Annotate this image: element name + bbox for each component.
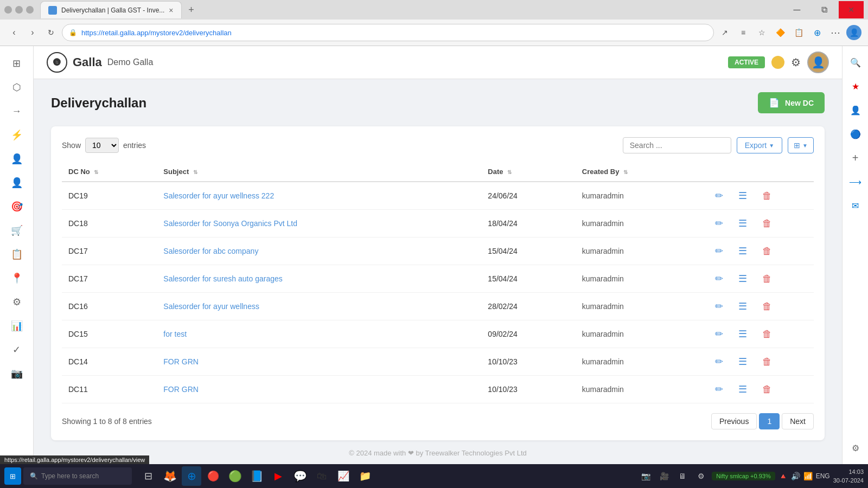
previous-page-button[interactable]: Previous xyxy=(711,413,757,429)
favorites-icon[interactable]: ☆ xyxy=(754,25,769,40)
view-button[interactable]: ☰ xyxy=(735,355,750,369)
view-button[interactable]: ☰ xyxy=(735,189,750,203)
sidebar-icon-navigate[interactable]: → xyxy=(6,100,28,122)
taskbar-volume-icon[interactable]: 🔊 xyxy=(791,472,800,480)
right-icon-arrow[interactable]: ⟶ xyxy=(846,172,865,191)
right-icon-mail[interactable]: ✉ xyxy=(846,196,865,215)
taskbar-icon-chrome[interactable]: 🟢 xyxy=(225,466,245,486)
edit-button[interactable]: ✏ xyxy=(712,216,726,230)
cell-subject[interactable]: for test xyxy=(157,320,481,348)
subject-link[interactable]: Salesorder for ayur wellness xyxy=(163,302,259,311)
maximize-btn[interactable] xyxy=(15,6,23,14)
sidebar-icon-zap[interactable]: ⚡ xyxy=(6,124,28,146)
cell-subject[interactable]: FOR GRN xyxy=(157,376,481,403)
url-input[interactable] xyxy=(81,29,707,37)
sidebar-icon-target[interactable]: 🎯 xyxy=(6,196,28,217)
taskbar-icon-skype[interactable]: 💬 xyxy=(290,466,310,486)
delete-button[interactable]: 🗑 xyxy=(759,300,775,313)
share-icon[interactable]: ↗ xyxy=(717,25,732,40)
cell-subject[interactable]: Salesorder for abc company xyxy=(157,237,481,265)
edge-icon[interactable]: ⊕ xyxy=(809,25,825,40)
taskbar-icon-files[interactable]: 📁 xyxy=(355,466,375,486)
edit-button[interactable]: ✏ xyxy=(712,327,726,341)
taskbar-stock-badge[interactable]: Nifty smlcap +0.93% xyxy=(712,472,775,480)
right-icon-user3[interactable]: 👤 xyxy=(846,100,865,120)
new-dc-button[interactable]: 📄New DC xyxy=(758,92,825,113)
reading-list-icon[interactable]: 📋 xyxy=(791,25,806,40)
start-button[interactable]: ⊞ xyxy=(4,467,21,485)
taskbar-icon-app1[interactable]: 🔴 xyxy=(203,466,223,486)
sidebar-icon-user1[interactable]: 👤 xyxy=(6,148,28,170)
taskbar-icon-store[interactable]: 🛍 xyxy=(312,466,331,486)
more-actions-icon[interactable]: ⋯ xyxy=(828,25,843,40)
sidebar-icon-location[interactable]: 📍 xyxy=(6,267,28,289)
sidebar-icon-analytics[interactable]: 📊 xyxy=(6,315,28,337)
delete-button[interactable]: 🗑 xyxy=(759,217,775,230)
view-button[interactable]: ☰ xyxy=(735,272,750,286)
view-button[interactable]: ☰ xyxy=(735,244,750,258)
taskbar-icon-edge[interactable]: ⊕ xyxy=(182,466,201,486)
delete-button[interactable]: 🗑 xyxy=(759,245,775,258)
cell-subject[interactable]: Salesorder for suresh auto garages xyxy=(157,265,481,293)
edit-button[interactable]: ✏ xyxy=(712,272,726,286)
next-page-button[interactable]: Next xyxy=(782,413,814,429)
edit-button[interactable]: ✏ xyxy=(712,382,726,396)
view-button[interactable]: ☰ xyxy=(735,216,750,230)
sidebar-icon-user2[interactable]: 👤 xyxy=(6,172,28,194)
restore-window-btn[interactable]: ⧉ xyxy=(812,1,837,18)
col-header-date[interactable]: Date ⇅ xyxy=(481,162,575,182)
delete-button[interactable]: 🗑 xyxy=(759,355,775,369)
delete-button[interactable]: 🗑 xyxy=(759,383,775,396)
new-tab-button[interactable]: + xyxy=(184,2,199,17)
user-avatar[interactable]: 👤 xyxy=(807,52,829,73)
sidebar-icon-cart[interactable]: 🛒 xyxy=(6,220,28,241)
sidebar-icon-tasks[interactable]: ✓ xyxy=(6,339,28,361)
subject-link[interactable]: Salesorder for suresh auto garages xyxy=(163,274,282,283)
taskbar-network-icon[interactable]: 📶 xyxy=(803,472,813,480)
view-toggle-button[interactable]: ⊞ ▼ xyxy=(788,137,814,153)
taskbar-camera-icon[interactable]: 📷 xyxy=(638,468,653,484)
delete-button[interactable]: 🗑 xyxy=(759,189,775,203)
reload-btn[interactable]: ↻ xyxy=(43,25,59,40)
sidebar-icon-reports[interactable]: 📋 xyxy=(6,243,28,265)
taskbar-notification-icon[interactable]: 🔺 xyxy=(778,472,788,480)
page-1-button[interactable]: 1 xyxy=(759,413,780,429)
reader-mode-icon[interactable]: ≡ xyxy=(736,25,751,40)
subject-link[interactable]: Salesorder for ayur wellness 222 xyxy=(163,191,274,200)
col-header-subject[interactable]: Subject ⇅ xyxy=(157,162,481,182)
close-btn[interactable] xyxy=(26,6,34,14)
browser-profile[interactable]: 👤 xyxy=(846,25,861,40)
right-icon-settings2[interactable]: ⚙ xyxy=(846,438,865,458)
taskbar-icon-youtube[interactable]: ▶ xyxy=(269,466,288,486)
right-icon-star[interactable]: ★ xyxy=(846,76,865,96)
edit-button[interactable]: ✏ xyxy=(712,189,726,203)
subject-link[interactable]: Salesorder for Soonya Organics Pvt Ltd xyxy=(163,219,297,228)
search-input[interactable] xyxy=(623,137,731,153)
sidebar-icon-dashboard[interactable]: ⊞ xyxy=(6,53,28,74)
taskbar-monitor-icon[interactable]: 🖥 xyxy=(675,468,690,484)
tab-close-icon[interactable]: × xyxy=(169,6,173,15)
subject-link[interactable]: Salesorder for abc company xyxy=(163,247,258,255)
edit-button[interactable]: ✏ xyxy=(712,299,726,313)
delete-button[interactable]: 🗑 xyxy=(759,328,775,341)
taskbar-icon-firefox[interactable]: 🦊 xyxy=(160,466,180,486)
minimize-btn[interactable] xyxy=(4,6,12,14)
cell-subject[interactable]: FOR GRN xyxy=(157,348,481,376)
edit-button[interactable]: ✏ xyxy=(712,244,726,258)
extension-icon[interactable]: 🔶 xyxy=(773,25,788,40)
sidebar-icon-inventory[interactable]: ⬡ xyxy=(6,76,28,98)
cell-subject[interactable]: Salesorder for ayur wellness 222 xyxy=(157,182,481,210)
subject-link[interactable]: FOR GRN xyxy=(163,357,199,366)
settings-gear-icon[interactable]: ⚙ xyxy=(791,56,801,69)
edit-button[interactable]: ✏ xyxy=(712,355,726,369)
col-header-created-by[interactable]: Created By ⇅ xyxy=(576,162,705,182)
subject-link[interactable]: FOR GRN xyxy=(163,385,199,394)
right-icon-sync[interactable]: 🔵 xyxy=(846,124,865,144)
subject-link[interactable]: for test xyxy=(163,330,187,338)
taskbar-search-box[interactable]: 🔍 Type here to search xyxy=(23,467,132,485)
taskbar-icon-finance[interactable]: 📈 xyxy=(334,466,353,486)
back-btn[interactable]: ‹ xyxy=(7,25,22,40)
cell-subject[interactable]: Salesorder for Soonya Organics Pvt Ltd xyxy=(157,210,481,237)
entries-select[interactable]: 10 25 50 100 xyxy=(85,138,119,153)
minimize-window-btn[interactable]: ─ xyxy=(784,1,809,18)
